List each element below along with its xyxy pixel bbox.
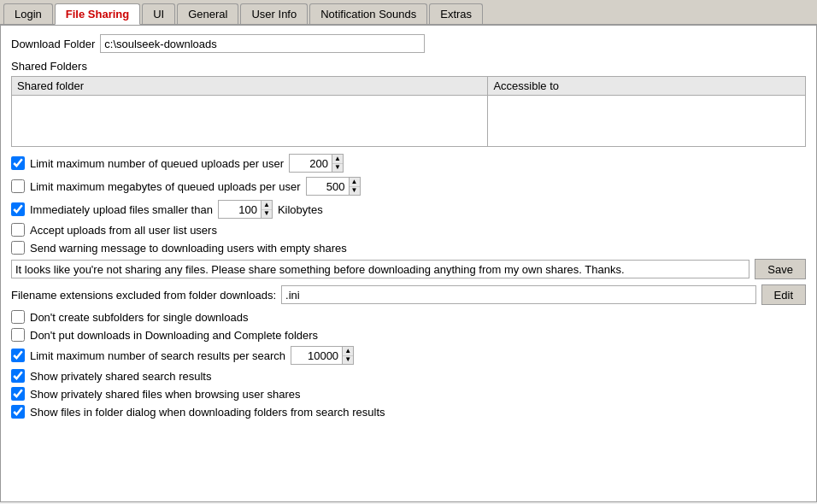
limit-megabytes-label: Limit maximum megabytes of queued upload… bbox=[30, 180, 301, 193]
immediately-upload-spinner-group: ▲ ▼ bbox=[218, 200, 273, 219]
limit-megabytes-input[interactable] bbox=[306, 177, 349, 196]
limit-megabytes-up[interactable]: ▲ bbox=[350, 178, 360, 187]
limit-search-down[interactable]: ▼ bbox=[343, 356, 353, 365]
limit-uploads-up[interactable]: ▲ bbox=[332, 155, 343, 164]
limit-uploads-down[interactable]: ▼ bbox=[332, 164, 343, 173]
shared-folders-label: Shared Folders bbox=[11, 60, 806, 73]
accept-uploads-checkbox[interactable] bbox=[11, 223, 25, 237]
accept-uploads-row: Accept uploads from all user list users bbox=[11, 223, 806, 237]
show-files-dialog-checkbox[interactable] bbox=[11, 405, 25, 419]
tab-user-info[interactable]: User Info bbox=[240, 3, 308, 24]
tab-ui[interactable]: UI bbox=[142, 3, 175, 24]
filename-extensions-label: Filename extensions excluded from folder… bbox=[11, 289, 276, 302]
filename-extensions-row: Filename extensions excluded from folder… bbox=[11, 284, 806, 305]
col-shared-folder: Shared folder bbox=[12, 77, 488, 96]
show-private-search-row: Show privately shared search results bbox=[11, 369, 806, 383]
limit-uploads-row: Limit maximum number of queued uploads p… bbox=[11, 154, 806, 173]
immediately-upload-label: Immediately upload files smaller than bbox=[30, 203, 213, 216]
immediately-upload-up[interactable]: ▲ bbox=[262, 201, 272, 210]
limit-search-up[interactable]: ▲ bbox=[343, 347, 353, 356]
show-files-dialog-label: Show files in folder dialog when downloa… bbox=[30, 406, 385, 419]
download-folder-row: Download Folder bbox=[11, 34, 806, 53]
send-warning-checkbox[interactable] bbox=[11, 241, 25, 255]
immediately-upload-unit: Kilobytes bbox=[278, 203, 323, 216]
tab-notification-sounds[interactable]: Notification Sounds bbox=[309, 3, 427, 24]
send-warning-label: Send warning message to downloading user… bbox=[30, 242, 347, 255]
limit-search-checkbox[interactable] bbox=[11, 349, 25, 362]
immediately-upload-down[interactable]: ▼ bbox=[262, 210, 272, 219]
limit-megabytes-checkbox[interactable] bbox=[11, 179, 25, 193]
tab-bar: Login File Sharing UI General User Info … bbox=[0, 0, 817, 26]
immediately-upload-checkbox[interactable] bbox=[11, 202, 25, 216]
accept-uploads-label: Accept uploads from all user list users bbox=[30, 224, 217, 237]
filename-extensions-input[interactable] bbox=[281, 285, 756, 304]
send-warning-row: Send warning message to downloading user… bbox=[11, 241, 806, 255]
no-download-folders-checkbox[interactable] bbox=[11, 328, 25, 342]
col-accessible-to: Accessible to bbox=[488, 77, 806, 96]
tab-extras[interactable]: Extras bbox=[429, 3, 483, 24]
warning-message-input[interactable] bbox=[11, 260, 749, 278]
limit-uploads-spinner-group: ▲ ▼ bbox=[289, 154, 344, 173]
content-panel: Download Folder Shared Folders Shared fo… bbox=[0, 26, 817, 502]
limit-uploads-checkbox[interactable] bbox=[11, 156, 25, 170]
no-download-folders-label: Don't put downloads in Downloading and C… bbox=[30, 329, 318, 342]
limit-uploads-input[interactable] bbox=[289, 154, 332, 173]
show-private-files-checkbox[interactable] bbox=[11, 387, 25, 401]
shared-folders-empty-row bbox=[12, 96, 806, 147]
shared-folders-table: Shared folder Accessible to bbox=[11, 76, 806, 147]
limit-megabytes-row: Limit maximum megabytes of queued upload… bbox=[11, 177, 806, 196]
show-private-search-checkbox[interactable] bbox=[11, 369, 25, 383]
show-files-dialog-row: Show files in folder dialog when downloa… bbox=[11, 405, 806, 419]
limit-uploads-label: Limit maximum number of queued uploads p… bbox=[30, 157, 284, 170]
immediately-upload-row: Immediately upload files smaller than ▲ … bbox=[11, 200, 806, 219]
tab-general[interactable]: General bbox=[177, 3, 238, 24]
no-subfolders-label: Don't create subfolders for single downl… bbox=[30, 311, 248, 324]
tab-file-sharing[interactable]: File Sharing bbox=[55, 3, 140, 25]
tab-login[interactable]: Login bbox=[3, 3, 53, 24]
no-subfolders-row: Don't create subfolders for single downl… bbox=[11, 310, 806, 324]
save-button[interactable]: Save bbox=[755, 259, 806, 279]
immediately-upload-input[interactable] bbox=[218, 200, 261, 219]
download-folder-input[interactable] bbox=[100, 34, 425, 53]
warning-message-row: Save bbox=[11, 259, 806, 279]
limit-search-row: Limit maximum number of search results p… bbox=[11, 346, 806, 365]
show-private-files-label: Show privately shared files when browsin… bbox=[30, 388, 301, 401]
limit-search-spinner-group: ▲ ▼ bbox=[291, 346, 354, 365]
limit-megabytes-down[interactable]: ▼ bbox=[350, 187, 360, 196]
no-subfolders-checkbox[interactable] bbox=[11, 310, 25, 324]
show-private-files-row: Show privately shared files when browsin… bbox=[11, 387, 806, 401]
no-download-folders-row: Don't put downloads in Downloading and C… bbox=[11, 328, 806, 342]
show-private-search-label: Show privately shared search results bbox=[30, 370, 211, 383]
limit-search-label: Limit maximum number of search results p… bbox=[30, 349, 285, 362]
download-folder-label: Download Folder bbox=[11, 38, 95, 50]
edit-button[interactable]: Edit bbox=[761, 284, 806, 305]
limit-megabytes-spinner-group: ▲ ▼ bbox=[306, 177, 361, 196]
limit-search-input[interactable] bbox=[291, 346, 342, 365]
